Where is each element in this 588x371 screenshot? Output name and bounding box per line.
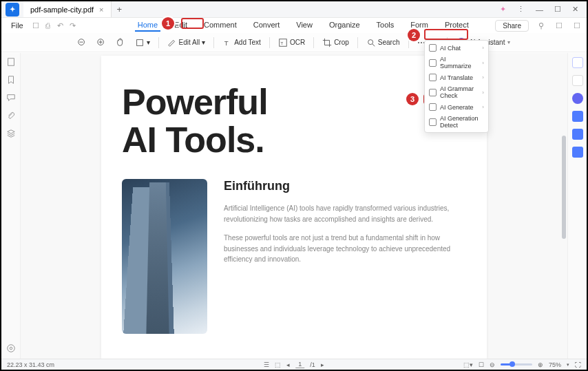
- main-area: Powerful AI Tools. Einführung Artificial…: [1, 53, 587, 359]
- ai-assistant-dropdown: AI Chat› AI Summarize› AI Translate› AI …: [424, 40, 489, 133]
- share-button[interactable]: Share: [495, 20, 529, 32]
- settings-icon[interactable]: [6, 343, 16, 353]
- hand-tool[interactable]: [112, 36, 129, 49]
- panel-icon-5[interactable]: [572, 147, 583, 158]
- svg-line-10: [372, 43, 375, 46]
- scrollbar-thumb[interactable]: [562, 136, 566, 239]
- tab-organize[interactable]: Organize: [326, 19, 363, 32]
- zoom-value[interactable]: 75%: [549, 361, 561, 368]
- tab-home[interactable]: Home: [135, 19, 160, 32]
- layers-icon[interactable]: [6, 129, 16, 138]
- file-menu[interactable]: File: [6, 20, 29, 31]
- redo-icon[interactable]: ↷: [67, 20, 78, 31]
- annotation-pill-2: 2: [408, 29, 420, 41]
- menu-dots-icon[interactable]: ⋮: [514, 3, 527, 15]
- chevron-down-icon: ▾: [507, 39, 510, 45]
- thumbnails-icon[interactable]: [6, 57, 16, 67]
- window-controls: ✦ ⋮ — ☐ ✕: [497, 3, 587, 15]
- generate-icon: [429, 103, 437, 111]
- print-icon[interactable]: ⎙: [43, 20, 54, 31]
- fullscreen-icon[interactable]: ⛶: [575, 361, 581, 368]
- tab-comment[interactable]: Comment: [201, 19, 240, 32]
- ocr-button[interactable]: TOCR: [275, 36, 308, 49]
- view-mode-icon[interactable]: ⬚▾: [463, 361, 473, 368]
- panel-icon-ai[interactable]: [572, 93, 583, 104]
- panel-icon-3[interactable]: [572, 111, 583, 122]
- zoom-slider[interactable]: [501, 363, 532, 365]
- page-total: /1: [310, 361, 315, 368]
- user-icon[interactable]: ⚲: [536, 20, 547, 31]
- titlebar: ✦ pdf-sample-city.pdf × + ✦ ⋮ — ☐ ✕: [1, 1, 587, 18]
- svg-point-9: [368, 39, 372, 44]
- toolbar: ▾ Edit All▾ TAdd Text TOCR Crop Search ⋯…: [1, 33, 587, 52]
- chat-icon: [429, 44, 437, 52]
- bell-icon[interactable]: ☐: [554, 20, 565, 31]
- doc-paragraph: These powerful tools are not just a tren…: [224, 233, 452, 265]
- doc-heading: Powerful AI Tools.: [122, 83, 452, 158]
- sparkle-icon[interactable]: ✦: [497, 3, 509, 15]
- svg-text:T: T: [224, 39, 229, 46]
- ai-translate-item[interactable]: AI Translate›: [425, 72, 488, 83]
- tab-edit[interactable]: Edit: [171, 19, 190, 32]
- maximize-button[interactable]: ☐: [552, 3, 564, 15]
- tab-convert[interactable]: Convert: [251, 19, 283, 32]
- grammar-icon: [429, 89, 437, 96]
- summarize-icon: [429, 59, 437, 67]
- tab-protect[interactable]: Protect: [442, 19, 472, 32]
- tab-title: pdf-sample-city.pdf: [30, 6, 94, 14]
- statusbar: 22.23 x 31.43 cm ☰ ⬚ ◂ 1 /1 ▸ ⬚▾ ☐ ⊖ ⊕ 7…: [1, 359, 587, 370]
- chevron-right-icon: ›: [482, 60, 484, 66]
- detect-icon: [429, 118, 437, 126]
- chevron-down-icon[interactable]: ▾: [567, 362, 569, 368]
- reading-mode-icon[interactable]: ☐: [479, 361, 484, 368]
- panel-icon-4[interactable]: [572, 129, 583, 140]
- next-page-button[interactable]: ▸: [321, 361, 324, 368]
- ai-chat-item[interactable]: AI Chat›: [425, 42, 488, 54]
- chevron-right-icon: ›: [482, 104, 484, 110]
- comments-icon[interactable]: [6, 93, 16, 103]
- bookmarks-icon[interactable]: [6, 75, 16, 85]
- panel-icon-2[interactable]: [572, 75, 583, 86]
- svg-point-12: [10, 347, 12, 350]
- svg-rect-5: [136, 39, 143, 45]
- ai-grammar-item[interactable]: AI Grammar Check›: [425, 83, 488, 101]
- zoom-out-icon[interactable]: ⊖: [490, 361, 495, 368]
- ai-generate-item[interactable]: AI Generate›: [425, 101, 488, 113]
- layout-icon[interactable]: ☰: [264, 361, 269, 368]
- page-number[interactable]: 1: [295, 361, 304, 368]
- undo-icon[interactable]: ↶: [55, 20, 66, 31]
- chevron-right-icon: ›: [482, 74, 484, 81]
- translate-icon: [429, 74, 437, 81]
- crop-button[interactable]: Crop: [319, 36, 353, 49]
- edit-all-button[interactable]: Edit All▾: [164, 36, 209, 49]
- search-button[interactable]: Search: [363, 36, 403, 49]
- menubar: File ☐ ⎙ ↶ ↷ Home Edit Comment Convert V…: [1, 18, 587, 33]
- attachments-icon[interactable]: [6, 111, 16, 120]
- add-text-button[interactable]: TAdd Text: [219, 36, 264, 49]
- svg-text:T: T: [280, 40, 283, 45]
- doc-image-building: [122, 179, 207, 334]
- close-button[interactable]: ✕: [569, 3, 581, 15]
- minimize-button[interactable]: —: [533, 4, 546, 15]
- tab-tools[interactable]: Tools: [374, 19, 397, 32]
- app-logo-icon: ✦: [6, 3, 19, 17]
- document-tab[interactable]: pdf-sample-city.pdf ×: [23, 1, 112, 17]
- ai-summarize-item[interactable]: AI Summarize›: [425, 54, 488, 72]
- chevron-right-icon: ›: [482, 45, 484, 51]
- zoom-in-icon[interactable]: ⊕: [538, 361, 543, 368]
- zoom-out-button[interactable]: [74, 36, 90, 49]
- new-tab-button[interactable]: +: [112, 4, 128, 14]
- ai-detect-item[interactable]: AI Generation Detect: [425, 113, 488, 131]
- annotation-pill-1: 1: [162, 17, 174, 30]
- panel-icon-1[interactable]: [572, 57, 583, 68]
- zoom-in-button[interactable]: [93, 36, 109, 49]
- tab-close-icon[interactable]: ×: [99, 6, 103, 14]
- save-icon[interactable]: ☐: [30, 20, 41, 31]
- export-icon[interactable]: ☐: [571, 20, 582, 31]
- tab-view[interactable]: View: [293, 19, 315, 32]
- select-tool[interactable]: ▾: [132, 36, 154, 49]
- doc-subheading: Einführung: [224, 179, 452, 193]
- fit-icon[interactable]: ⬚: [275, 361, 281, 368]
- right-sidebar: [567, 53, 587, 359]
- prev-page-button[interactable]: ◂: [286, 361, 290, 368]
